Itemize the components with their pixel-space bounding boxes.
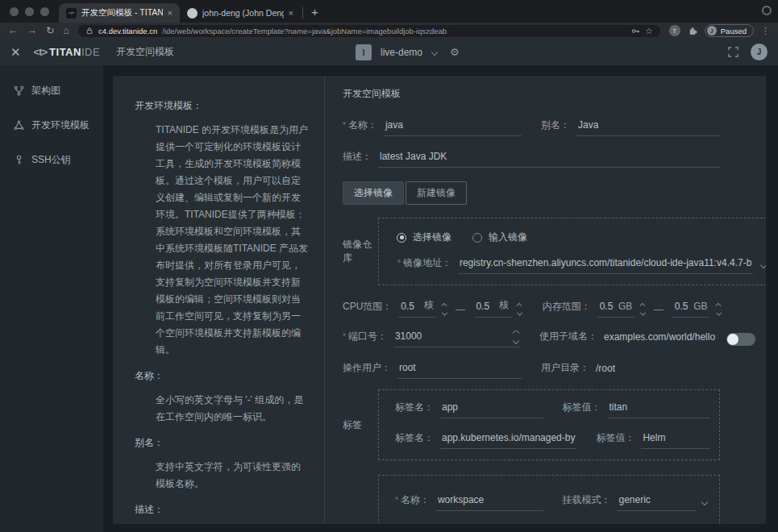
user-label: 操作用户： [343, 361, 391, 379]
chevron-down-icon[interactable] [701, 499, 708, 505]
user-input[interactable]: root [397, 362, 522, 379]
workspace-avatar: l [356, 44, 372, 60]
radio-selected-icon[interactable] [397, 233, 406, 243]
window-close-button[interactable] [10, 7, 19, 16]
saved-password-key-icon[interactable] [631, 27, 640, 35]
sidebar-item-label: 架构图 [31, 84, 60, 98]
tag-name-input[interactable]: app [440, 401, 543, 418]
subdomain-toggle[interactable] [726, 333, 755, 346]
workspace-name: live-demo [381, 47, 422, 58]
homedir-value: /root [596, 363, 615, 379]
home-button[interactable]: ⌂ [63, 26, 69, 36]
browser-tab-github[interactable]: john-deng (John Deng) - GitHu × [180, 3, 301, 23]
chevron-down-icon[interactable] [760, 262, 766, 268]
cpu-max-input[interactable]: 0.5核 [474, 298, 512, 318]
memory-max-input[interactable]: 0.5GB [672, 301, 710, 318]
stepper-icon[interactable] [514, 330, 518, 343]
help-body: 全小写的英文字母与 '-' 组成的，是在工作空间内的唯一标识。 [135, 392, 310, 426]
browser-menu-icon[interactable]: ⋮ [761, 26, 770, 36]
tags-box: 标签名： app 标签值： titan 标签名： [378, 389, 720, 460]
help-panel: 开发环境模板： TITANIDE 的开发环境模板是为用户提供一个可定制化的环境模… [113, 76, 325, 524]
sidebar-item-label: 开发环境模板 [31, 118, 89, 132]
stepper-icon[interactable] [443, 304, 447, 314]
tags-section-label: 标签 [343, 389, 378, 460]
description-input[interactable]: latest Java JDK [378, 151, 720, 168]
help-heading: 开发环境模板： [135, 99, 310, 113]
select-image-button[interactable]: 选择镜像 [343, 181, 404, 205]
tab-close-icon[interactable]: × [289, 8, 293, 18]
stepper-icon[interactable] [717, 304, 721, 314]
storage-section-label [343, 475, 378, 524]
tag-row: 标签名： app 标签值： titan [395, 401, 710, 418]
window-minimize-button[interactable] [25, 7, 34, 16]
titanide-favicon-icon: </> [66, 8, 77, 19]
mount-mode-select[interactable]: generic [618, 494, 697, 511]
user-avatar[interactable]: J [751, 44, 768, 60]
registry-section-label: 镜像仓库 [343, 218, 378, 285]
tab-strip: </> 开发空间模板 - TITANIDE × john-deng (John … [0, 0, 778, 23]
address-bar[interactable]: c4.dev.titanide.cn/ide/web/workspace/cre… [78, 25, 660, 37]
tag-row: 标签名： app.kubernetes.io/managed-by 标签值： H… [395, 431, 710, 449]
help-heading: 描述： [135, 503, 310, 517]
cpu-min-input[interactable]: 0.5核 [398, 298, 436, 318]
tag-name-label: 标签名： [395, 401, 434, 418]
name-input[interactable]: java [384, 119, 522, 136]
close-page-icon[interactable]: ✕ [10, 45, 21, 60]
browser-window: </> 开发空间模板 - TITANIDE × john-deng (John … [0, 0, 778, 532]
storage-box: 名称： workspace 挂载模式： generic [378, 475, 720, 524]
radio-input-image[interactable]: 输入镜像 [472, 231, 527, 244]
extensions-puzzle-icon[interactable] [688, 26, 697, 35]
back-button[interactable]: ← [8, 26, 19, 36]
settings-gear-icon[interactable]: ⚙ [450, 46, 460, 58]
chevron-down-icon[interactable] [431, 48, 438, 55]
git-branch-icon [14, 85, 24, 96]
alias-input[interactable]: Java [576, 119, 720, 136]
range-dash [654, 310, 664, 310]
alias-label: 别名： [541, 118, 570, 136]
sidebar-item-architecture[interactable]: 架构图 [0, 73, 103, 108]
forward-button[interactable]: → [27, 26, 38, 36]
stepper-icon[interactable] [518, 304, 522, 314]
fullscreen-icon[interactable] [728, 47, 738, 57]
tab-close-icon[interactable]: × [168, 8, 173, 18]
storage-row: 名称： workspace 挂载模式： generic [395, 493, 710, 511]
record-indicator-icon [762, 6, 772, 15]
help-body: 支持中英文字符，为可读性更强的模板名称。 [135, 459, 310, 493]
mount-mode-label: 挂载模式： [563, 493, 611, 511]
image-address-select[interactable]: registry.cn-shenzhen.aliyuncs.com/titani… [458, 257, 753, 274]
storage-name-input[interactable]: workspace [436, 494, 543, 511]
name-label: 名称： [343, 118, 377, 136]
profile-paused-button[interactable]: J Paused [705, 24, 754, 37]
sidebar-item-dev-env-template[interactable]: 开发环境模板 [0, 108, 103, 143]
new-image-button[interactable]: 新建镜像 [406, 181, 467, 205]
memory-min-input[interactable]: 0.5GB [597, 301, 635, 318]
sidebar: 架构图 开发环境模板 SSH公钥 [0, 65, 103, 532]
radio-select-image[interactable]: 选择镜像 [397, 231, 451, 244]
sidebar-item-ssh-key[interactable]: SSH公钥 [0, 143, 103, 177]
new-tab-button[interactable]: + [308, 5, 327, 23]
port-input[interactable]: 31000 [393, 330, 520, 347]
tab-title: 开发空间模板 - TITANIDE [81, 7, 163, 19]
extension-avatar-icon[interactable]: T [669, 25, 680, 36]
url-path: /ide/web/workspace/createTemplate?name=j… [162, 27, 447, 35]
titanide-logo: <t> TITAN IDE [34, 46, 101, 58]
tag-value-input[interactable]: titan [608, 401, 711, 418]
radio-unselected-icon[interactable] [472, 233, 482, 243]
workspace-selector[interactable]: l live-demo ⚙ [356, 44, 460, 60]
description-label: 描述： [343, 150, 372, 168]
form-title: 开发空间模板 [343, 87, 720, 101]
sidebar-item-label: SSH公钥 [31, 153, 71, 167]
paused-label: Paused [721, 27, 747, 35]
stepper-icon[interactable] [641, 304, 645, 314]
tab-title: john-deng (John Deng) - GitHu [202, 8, 284, 18]
subdomain-value: examples.com/world/hello [604, 331, 715, 347]
browser-tab-active[interactable]: </> 开发空间模板 - TITANIDE × [59, 3, 180, 23]
tag-name-input[interactable]: app.kubernetes.io/managed-by [440, 432, 576, 449]
reload-button[interactable]: ↻ [46, 26, 54, 36]
bookmark-star-icon[interactable]: ☆ [645, 26, 653, 36]
tag-value-input[interactable]: Helm [641, 432, 710, 449]
window-controls[interactable] [0, 7, 59, 23]
window-maximize-button[interactable] [40, 7, 49, 16]
toolbar-right-icons: T J Paused ⋮ [669, 24, 770, 37]
tag-value-label: 标签值： [596, 431, 634, 449]
